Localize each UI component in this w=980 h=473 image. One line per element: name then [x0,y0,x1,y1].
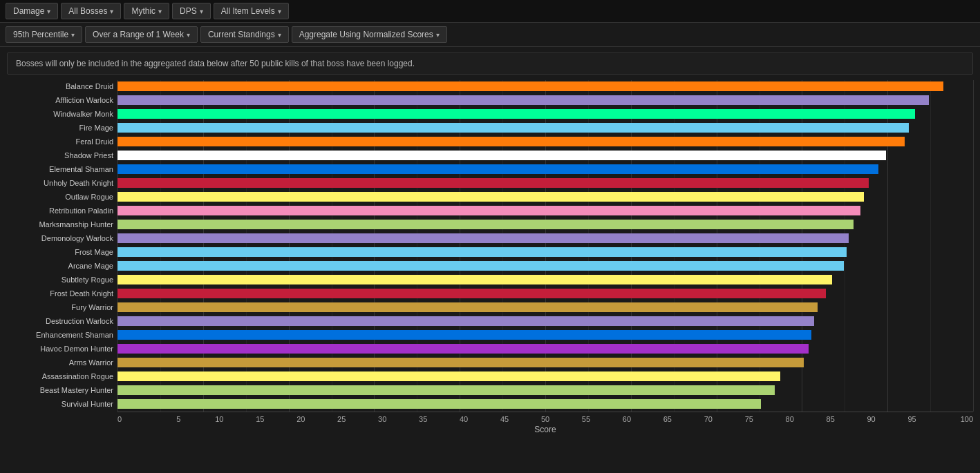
percentile-label: 95th Percentile [13,30,68,39]
bar-10 [117,220,854,229]
x-tick-100: 100 [932,415,973,423]
range-label: Over a Range of 1 Week [93,30,184,39]
x-tick-30: 30 [362,415,403,423]
mythic-label: Mythic [131,6,156,16]
x-tick-85: 85 [810,415,851,423]
range-arrow: ▾ [187,31,190,39]
bar-19 [117,344,809,354]
x-tick-35: 35 [403,415,444,423]
x-tick-65: 65 [647,415,688,423]
top-nav: Damage ▾ All Bosses ▾ Mythic ▾ DPS ▾ All… [0,0,980,23]
bar-row-8 [117,191,973,203]
damage-arrow: ▾ [47,8,50,15]
bar-8 [117,192,864,202]
chart-inner: Balance DruidAffliction WarlockWindwalke… [7,80,973,412]
spec-label-2: Windwalker Monk [7,108,117,120]
bar-row-18 [117,329,973,341]
all-item-levels-button[interactable]: All Item Levels ▾ [214,3,289,19]
bar-2 [117,109,915,119]
bar-row-11 [117,232,973,244]
all-bosses-button[interactable]: All Bosses ▾ [61,3,121,19]
spec-label-9: Retribution Paladin [7,204,117,217]
mythic-arrow: ▾ [158,8,162,15]
spec-label-14: Subtlety Rogue [7,273,117,286]
labels-column: Balance DruidAffliction WarlockWindwalke… [7,80,117,412]
bar-row-9 [117,204,973,217]
aggregate-arrow: ▾ [436,31,440,39]
bar-row-13 [117,260,973,272]
all-bosses-label: All Bosses [68,6,107,16]
all-bosses-arrow: ▾ [110,8,113,15]
x-tick-80: 80 [769,415,810,423]
bar-row-2 [117,108,973,120]
x-tick-25: 25 [321,415,362,423]
dps-button[interactable]: DPS ▾ [172,3,211,19]
bar-row-21 [117,370,973,383]
bar-14 [117,275,832,284]
bar-6 [117,164,878,174]
filter-bar: 95th Percentile ▾ Over a Range of 1 Week… [0,23,980,47]
bar-row-7 [117,177,973,189]
standings-label: Current Standings [208,30,275,39]
bar-row-14 [117,273,973,286]
bar-row-15 [117,287,973,300]
bar-13 [117,261,844,271]
bar-row-5 [117,149,973,162]
x-tick-75: 75 [728,415,769,423]
bar-row-3 [117,122,973,134]
bar-row-10 [117,218,973,231]
spec-label-21: Assassination Rogue [7,370,117,383]
bar-row-4 [117,135,973,148]
spec-label-16: Fury Warrior [7,301,117,313]
dps-arrow: ▾ [200,8,203,15]
spec-label-13: Arcane Mage [7,260,117,272]
spec-label-8: Outlaw Rogue [7,191,117,203]
spec-label-4: Feral Druid [7,135,117,148]
spec-label-10: Marksmanship Hunter [7,218,117,231]
bar-18 [117,330,811,340]
damage-button[interactable]: Damage ▾ [6,3,58,19]
x-tick-20: 20 [281,415,321,423]
x-tick-40: 40 [444,415,484,423]
bar-row-19 [117,342,973,355]
aggregate-label: Aggregate Using Normalized Scores [299,30,433,39]
info-text: Bosses will only be included in the aggr… [16,59,415,68]
bar-20 [117,358,804,367]
percentile-arrow: ▾ [71,31,75,39]
spec-label-17: Destruction Warlock [7,315,117,327]
bars-column [117,80,973,412]
bar-row-23 [117,398,973,410]
standings-button[interactable]: Current Standings ▾ [200,26,289,43]
mythic-button[interactable]: Mythic ▾ [124,3,169,19]
bar-row-20 [117,356,973,369]
all-item-levels-label: All Item Levels [221,6,275,16]
bar-row-0 [117,80,973,93]
bar-1 [117,95,929,105]
x-axis-labels: 0510152025303540455055606570758085909510… [117,415,973,423]
spec-label-7: Unholy Death Knight [7,177,117,189]
x-axis-title: Score [117,425,973,434]
x-axis: 0510152025303540455055606570758085909510… [117,412,973,423]
x-tick-5: 5 [158,415,199,423]
spec-label-5: Shadow Priest [7,149,117,162]
spec-label-0: Balance Druid [7,80,117,93]
bar-11 [117,233,849,243]
spec-label-22: Beast Mastery Hunter [7,384,117,396]
bar-row-17 [117,315,973,327]
x-tick-15: 15 [240,415,281,423]
bar-23 [117,399,761,409]
grid-line-100 [973,80,974,412]
bar-7 [117,178,869,188]
range-button[interactable]: Over a Range of 1 Week ▾ [85,26,198,43]
bar-16 [117,302,818,312]
dps-label: DPS [180,6,197,16]
percentile-button[interactable]: 95th Percentile ▾ [6,26,82,43]
spec-label-20: Arms Warrior [7,356,117,369]
bar-17 [117,316,814,326]
x-tick-50: 50 [525,415,566,423]
x-tick-60: 60 [606,415,647,423]
x-tick-55: 55 [565,415,606,423]
aggregate-button[interactable]: Aggregate Using Normalized Scores ▾ [292,26,447,43]
spec-label-12: Frost Mage [7,246,117,258]
bar-row-6 [117,163,973,175]
